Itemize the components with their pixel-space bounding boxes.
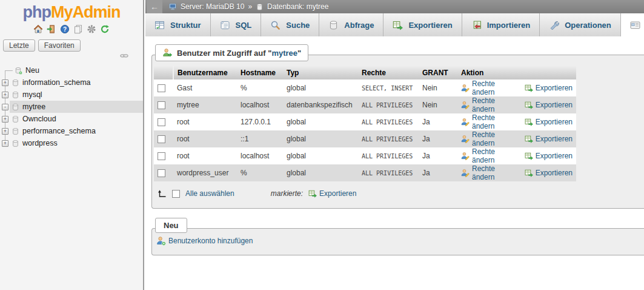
cell-grant: Nein	[419, 96, 457, 113]
tab-sql[interactable]: SQL	[211, 13, 262, 36]
cell-privileges: ALL PRIVILEGES	[358, 164, 419, 181]
cell-grant: Ja	[419, 130, 457, 147]
row-checkbox[interactable]	[158, 169, 165, 177]
tree-item-mysql[interactable]: + mysql	[0, 89, 143, 101]
tree-item-label: performance_schema	[22, 127, 96, 135]
cell-username: mytree	[173, 96, 237, 113]
expand-toggle[interactable]: +	[2, 140, 8, 147]
new-fieldset-legend: Neu	[155, 218, 187, 233]
tree-item-performance-schema[interactable]: + performance_schema	[0, 125, 143, 137]
tab-rechte[interactable]: Rechte	[621, 13, 644, 36]
tree-item-label: mytree	[22, 103, 45, 111]
cell-hostname: %	[237, 79, 283, 96]
user-icon	[162, 48, 172, 58]
tab-operationen[interactable]: Operationen	[540, 13, 621, 36]
table-row: wordpress_user % global ALL PRIVILEGES J…	[154, 164, 576, 181]
database-icon	[12, 127, 19, 135]
edit-privileges-link[interactable]: Rechte ändern	[461, 113, 519, 130]
recent-tables-button[interactable]: Letzte	[3, 39, 35, 52]
row-checkbox[interactable]	[158, 152, 165, 160]
export-user-link[interactable]: Exportieren	[525, 169, 573, 177]
cell-grant: Nein	[419, 79, 457, 96]
breadcrumb-server-link[interactable]: Server: MariaDB 10	[181, 2, 244, 11]
home-icon[interactable]	[33, 24, 43, 34]
tab-struktur[interactable]: Struktur	[145, 13, 211, 36]
cell-privileges: ALL PRIVILEGES	[358, 130, 419, 147]
export-user-link[interactable]: Exportieren	[525, 135, 573, 143]
export-icon	[308, 189, 317, 198]
table-row: root ::1 global ALL PRIVILEGES Ja Rechte…	[154, 130, 576, 147]
tab-bar: Struktur SQL Suche Abfrage Exportieren I…	[145, 13, 644, 36]
export-selected-link[interactable]: Exportieren	[308, 189, 356, 198]
tree-item-owncloud[interactable]: + Owncloud	[0, 113, 143, 125]
marked-label: markierte:	[271, 189, 303, 198]
expand-toggle[interactable]: +	[2, 116, 8, 123]
export-icon	[525, 169, 533, 177]
edit-privileges-link[interactable]: Rechte ändern	[461, 130, 519, 147]
help-icon[interactable]	[60, 24, 70, 34]
collapse-toggle[interactable]: -	[2, 104, 8, 110]
edit-privileges-link[interactable]: Rechte ändern	[461, 164, 519, 181]
column-header-rechte: Rechte	[358, 66, 419, 79]
tab-label: Importieren	[487, 21, 531, 30]
table-header-row: Benutzername Hostname Typ Rechte GRANT A…	[154, 66, 576, 79]
tab-suche[interactable]: Suche	[261, 13, 319, 36]
edit-privileges-link[interactable]: Rechte ändern	[461, 79, 519, 96]
tab-abfrage[interactable]: Abfrage	[319, 13, 383, 36]
check-all-link[interactable]: Alle auswählen	[185, 189, 234, 198]
table-row: mytree localhost datenbankspezifisch ALL…	[154, 96, 576, 113]
tree-item-mytree[interactable]: - mytree	[0, 101, 143, 113]
logout-icon[interactable]	[47, 24, 56, 34]
expand-toggle[interactable]: +	[2, 79, 8, 86]
row-checkbox[interactable]	[158, 101, 165, 109]
check-all-checkbox[interactable]	[172, 190, 180, 198]
breadcrumb-database-link[interactable]: Datenbank: mytree	[267, 2, 328, 11]
tab-importieren[interactable]: Importieren	[462, 13, 540, 36]
checkbox-column-header	[154, 66, 173, 79]
link-panel-icon[interactable]	[120, 51, 128, 60]
cell-privileges: ALL PRIVILEGES	[358, 96, 419, 113]
export-icon	[393, 20, 403, 30]
tree-connector	[5, 70, 13, 71]
docs-icon[interactable]	[73, 24, 83, 34]
sql-icon	[220, 20, 230, 30]
tab-label: SQL	[236, 21, 252, 30]
row-checkbox[interactable]	[158, 84, 165, 92]
back-arrow-button[interactable]: ←	[147, 0, 162, 13]
row-checkbox[interactable]	[158, 135, 165, 143]
export-user-link[interactable]: Exportieren	[525, 101, 573, 109]
cell-hostname: localhost	[237, 96, 283, 113]
reload-icon[interactable]	[100, 24, 110, 34]
tree-item-label: Neu	[25, 66, 39, 75]
cell-hostname: 127.0.0.1	[237, 113, 283, 130]
cell-username: root	[173, 147, 237, 164]
tab-exportieren[interactable]: Exportieren	[383, 13, 462, 36]
expand-toggle[interactable]: +	[2, 92, 8, 98]
tree-item-new-database[interactable]: Neu	[0, 64, 143, 76]
main-panel: ← Server: MariaDB 10 » Datenbank: mytree…	[145, 0, 644, 290]
export-icon	[525, 152, 533, 160]
cell-grant: Ja	[419, 164, 457, 181]
edit-privileges-link[interactable]: Rechte ändern	[461, 96, 519, 113]
tree-item-wordpress[interactable]: + wordpress	[0, 137, 143, 149]
column-header-benutzername: Benutzername	[173, 66, 237, 79]
navigation-sidebar: phpMyAdmin Letzte Favoriten Neu + inform…	[0, 0, 144, 290]
expand-toggle[interactable]: +	[2, 128, 8, 135]
users-with-access-fieldset: Benutzer mit Zugriff auf "mytree" Benutz…	[151, 55, 644, 209]
settings-icon[interactable]	[87, 24, 96, 34]
cell-type: global	[283, 113, 358, 130]
export-user-link[interactable]: Exportieren	[525, 152, 573, 160]
phpmyadmin-logo[interactable]: phpMyAdmin	[0, 0, 143, 22]
tree-item-information-schema[interactable]: + information_schema	[0, 76, 143, 89]
export-icon	[525, 118, 533, 126]
export-user-link[interactable]: Exportieren	[525, 84, 573, 92]
edit-privileges-link[interactable]: Rechte ändern	[461, 147, 519, 164]
add-user-account-link[interactable]: Benutzerkonto hinzufügen	[156, 236, 253, 246]
favorite-tables-button[interactable]: Favoriten	[38, 39, 81, 52]
tab-label: Operationen	[565, 21, 611, 30]
page-content: Benutzer mit Zugriff auf "mytree" Benutz…	[145, 36, 644, 255]
export-user-link[interactable]: Exportieren	[525, 118, 573, 126]
users-fieldset-legend: Benutzer mit Zugriff auf "mytree"	[155, 44, 308, 61]
row-checkbox[interactable]	[158, 118, 165, 126]
search-icon	[270, 20, 281, 30]
